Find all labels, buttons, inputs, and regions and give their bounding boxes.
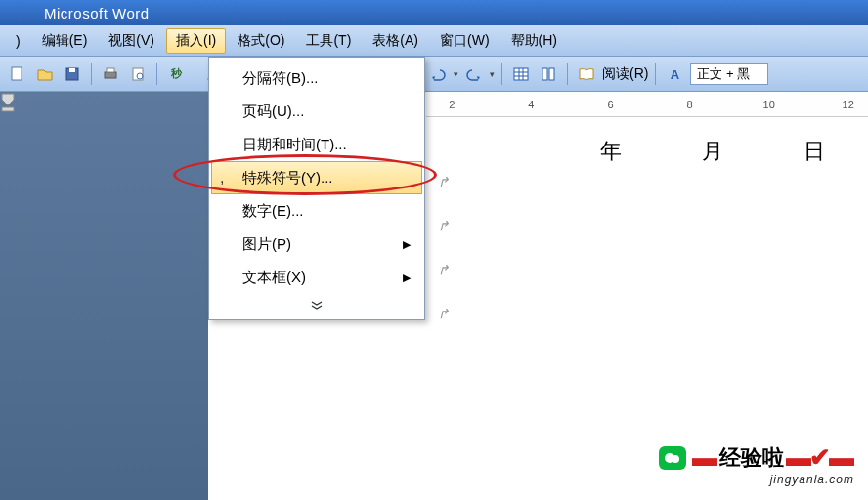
ruler-tick: 6 xyxy=(590,99,630,110)
save-icon[interactable] xyxy=(61,62,84,86)
wechat-icon xyxy=(659,446,686,470)
menu-bar: ) 编辑(E) 视图(V) 插入(I) 格式(O) 工具(T) 表格(A) 窗口… xyxy=(0,25,868,57)
checkmark-icon: ✔ xyxy=(809,442,831,473)
svg-rect-4 xyxy=(107,68,114,72)
dash-icon: ▬ xyxy=(829,442,854,473)
menu-table[interactable]: 表格(A) xyxy=(363,28,428,54)
menu-help[interactable]: 帮助(H) xyxy=(501,28,567,54)
quote-icon: , xyxy=(220,169,224,187)
spellcheck-icon[interactable]: 秒 xyxy=(164,62,188,86)
dd-picture-label: 图片(P) xyxy=(242,235,291,254)
watermark-text: 经验啦 xyxy=(719,443,784,473)
style-dropdown[interactable]: 正文 + 黑 xyxy=(690,63,768,85)
dd-break[interactable]: 分隔符(B)... xyxy=(211,62,422,95)
redo-icon[interactable] xyxy=(462,62,486,86)
dash-icon: ▬ xyxy=(692,442,717,473)
dd-textbox[interactable]: 文本框(X) ▶ xyxy=(211,261,422,294)
ruler[interactable]: 2 4 6 8 10 12 xyxy=(426,92,868,117)
style-icon[interactable]: A xyxy=(663,62,686,86)
menu-tools[interactable]: 工具(T) xyxy=(296,28,361,54)
chevron-down-icon xyxy=(308,298,326,312)
svg-point-18 xyxy=(672,455,679,463)
menu-window[interactable]: 窗口(W) xyxy=(430,28,499,54)
app-title: Microsoft Word xyxy=(44,5,150,21)
toolbar-separator xyxy=(195,63,195,85)
toolbar-separator xyxy=(91,63,92,85)
toolbar-separator xyxy=(501,63,502,85)
ruler-tick: 10 xyxy=(749,99,789,110)
paragraph-mark-icon: ↲ xyxy=(440,262,452,277)
menu-edit[interactable]: 编辑(E) xyxy=(32,28,98,54)
submenu-arrow-icon: ▶ xyxy=(403,238,411,251)
preview-icon[interactable] xyxy=(126,62,150,86)
toolbar-separator xyxy=(156,63,157,85)
toolbar-separator xyxy=(655,63,656,85)
read-mode-icon[interactable] xyxy=(575,62,598,86)
paragraph-mark-icon: ↲ xyxy=(440,306,452,321)
dd-pagenum[interactable]: 页码(U)... xyxy=(211,95,422,128)
columns-icon[interactable] xyxy=(537,62,560,86)
undo-icon[interactable] xyxy=(426,62,450,86)
dd-number-label: 数字(E)... xyxy=(242,202,304,221)
dd-textbox-label: 文本框(X) xyxy=(242,269,306,287)
submenu-arrow-icon: ▶ xyxy=(403,271,411,284)
dd-datetime[interactable]: 日期和时间(T)... xyxy=(211,128,422,161)
dd-number[interactable]: 数字(E)... xyxy=(211,194,422,228)
dd-pagenum-label: 页码(U)... xyxy=(242,103,304,121)
table-icon[interactable] xyxy=(509,62,533,86)
svg-rect-14 xyxy=(542,68,547,80)
menu-file-suffix[interactable]: ) xyxy=(6,29,30,53)
menu-format[interactable]: 格式(O) xyxy=(228,28,294,54)
svg-rect-2 xyxy=(69,68,75,72)
svg-rect-3 xyxy=(105,72,116,78)
doc-dateline: 年 月 日 xyxy=(600,137,862,166)
open-icon[interactable] xyxy=(33,62,57,86)
paragraph-mark-icon: ↲ xyxy=(440,174,452,189)
dd-special-char[interactable]: , 特殊符号(Y)... xyxy=(211,161,422,194)
dd-picture[interactable]: 图片(P) ▶ xyxy=(211,228,422,261)
ruler-tick: 8 xyxy=(670,99,710,110)
menu-insert[interactable]: 插入(I) xyxy=(166,28,226,54)
ruler-tick: 2 xyxy=(432,99,472,110)
svg-rect-16 xyxy=(2,107,14,111)
print-icon[interactable] xyxy=(99,62,122,86)
watermark-url: jingyanla.com xyxy=(659,473,854,486)
svg-rect-15 xyxy=(549,68,554,80)
watermark: ▬ 经验啦 ▬ ✔ ▬ jingyanla.com xyxy=(659,442,854,486)
ruler-tick: 12 xyxy=(828,99,868,110)
svg-rect-9 xyxy=(514,68,528,80)
dd-datetime-label: 日期和时间(T)... xyxy=(242,136,347,154)
paragraph-mark-icon: ↲ xyxy=(440,218,452,233)
toolbar-right: ▾ ▾ 阅读(R) A 正文 + 黑 xyxy=(426,57,768,92)
ruler-indent-marker[interactable] xyxy=(0,92,16,116)
menu-view[interactable]: 视图(V) xyxy=(99,28,164,54)
insert-dropdown: 分隔符(B)... 页码(U)... 日期和时间(T)... , 特殊符号(Y)… xyxy=(208,57,425,320)
toolbar-separator xyxy=(567,63,568,85)
dd-special-label: 特殊符号(Y)... xyxy=(242,169,333,188)
title-bar: Microsoft Word xyxy=(0,0,868,25)
dd-break-label: 分隔符(B)... xyxy=(242,69,319,88)
new-doc-icon[interactable] xyxy=(6,62,29,86)
dash-icon: ▬ xyxy=(786,442,811,473)
ruler-tick: 4 xyxy=(511,99,551,110)
read-mode-label[interactable]: 阅读(R) xyxy=(602,65,648,83)
left-nav-panel xyxy=(0,92,208,500)
svg-rect-0 xyxy=(12,67,22,80)
dd-expand[interactable] xyxy=(211,294,422,313)
style-value: 正文 + 黑 xyxy=(697,65,750,83)
